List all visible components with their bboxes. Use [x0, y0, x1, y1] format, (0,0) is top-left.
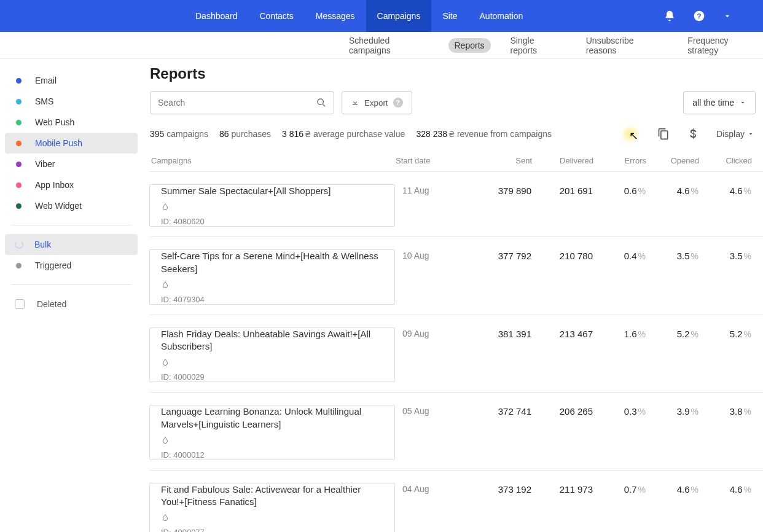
cell-errors: 0.7% — [593, 483, 646, 532]
sidebar-channel-sms[interactable]: SMS — [5, 91, 138, 112]
stat-revenue-label: revenue from campaigns — [457, 129, 552, 139]
display-toggle[interactable]: Display — [716, 129, 754, 139]
sidebar-separator — [11, 284, 131, 285]
topnav-item-contacts[interactable]: Contacts — [249, 0, 305, 32]
currency-symbol: ₴ — [305, 130, 311, 139]
col-sent: Sent — [471, 156, 532, 165]
dollar-icon[interactable] — [687, 128, 699, 140]
campaign-title: Self-Care Tips for a Serene Mind+[Health… — [161, 250, 383, 275]
copy-icon[interactable] — [657, 128, 670, 140]
channel-dot-icon — [16, 78, 22, 84]
topnav-item-site[interactable]: Site — [431, 0, 468, 32]
search-input[interactable] — [158, 98, 316, 108]
search-icon — [316, 98, 326, 108]
stat-purchases-count: 86 — [219, 129, 229, 139]
sidebar-deleted-toggle[interactable]: Deleted — [5, 294, 138, 315]
export-label: Export — [364, 98, 388, 108]
time-range-select[interactable]: all the time — [683, 91, 756, 114]
bell-icon[interactable] — [663, 10, 676, 22]
sidebar-channel-mobile-push[interactable]: Mobile Push — [5, 133, 138, 154]
table-row[interactable]: Summer Sale Spectacular+[All Shoppers]ID… — [150, 171, 763, 237]
table-row[interactable]: Flash Friday Deals: Unbeatable Savings A… — [150, 315, 763, 393]
table-row[interactable]: Self-Care Tips for a Serene Mind+[Health… — [150, 237, 763, 315]
cell-opened: 5.2% — [646, 327, 698, 383]
stat-revenue-value: 328 238 — [416, 129, 447, 139]
col-delivered: Delivered — [532, 156, 593, 165]
channel-dot-icon — [16, 120, 22, 125]
col-errors: Errors — [593, 156, 646, 165]
campaign-title: Summer Sale Spectacular+[All Shoppers] — [161, 185, 383, 197]
campaign-id: ID: 4000077 — [161, 528, 383, 532]
cursor-icon: ↖ — [629, 129, 638, 143]
topnav-item-dashboard[interactable]: Dashboard — [184, 0, 249, 32]
droplet-icon — [161, 202, 170, 212]
svg-text:?: ? — [697, 12, 701, 20]
sidebar-channel-web-widget[interactable]: Web Widget — [5, 195, 138, 216]
channel-dot-icon — [16, 141, 22, 146]
cell-sent: 372 741 — [470, 405, 531, 460]
export-button[interactable]: Export ? — [342, 91, 412, 114]
campaign-cell: Language Learning Bonanza: Unlock Multil… — [149, 405, 395, 460]
campaign-cell: Flash Friday Deals: Unbeatable Savings A… — [149, 327, 395, 383]
sidebar-channel-web-push[interactable]: Web Push — [5, 112, 138, 133]
stat-campaigns-label: campaigns — [166, 129, 208, 139]
help-icon[interactable]: ? — [693, 10, 705, 22]
table-row[interactable]: Fit and Fabulous Sale: Activewear for a … — [150, 470, 763, 532]
dot-icon — [16, 263, 22, 268]
cell-errors: 0.6% — [593, 184, 646, 227]
cell-sent: 381 391 — [470, 327, 531, 383]
cell-delivered: 201 691 — [531, 184, 593, 227]
account-chevron-icon[interactable] — [722, 11, 732, 21]
subnav-item-reports[interactable]: Reports — [448, 38, 491, 53]
table-header: Campaigns Start date Sent Delivered Erro… — [150, 150, 763, 171]
channel-dot-icon — [16, 182, 22, 188]
search-input-wrap[interactable] — [150, 91, 334, 114]
cell-errors: 0.4% — [593, 249, 646, 305]
subnav-item-single-reports[interactable]: Single reports — [504, 33, 566, 58]
sidebar-channel-email[interactable]: Email — [5, 70, 138, 91]
sidebar: EmailSMSWeb PushMobile PushViberApp Inbo… — [0, 59, 143, 532]
sidebar-type-triggered[interactable]: Triggered — [5, 255, 138, 276]
cell-clicked: 4.6% — [698, 483, 751, 532]
droplet-icon — [161, 513, 170, 523]
sidebar-type-label: Bulk — [34, 240, 51, 249]
col-clicked: Clicked — [699, 156, 752, 165]
table-row[interactable]: Language Learning Bonanza: Unlock Multil… — [150, 392, 763, 470]
cell-opened: 3.9% — [646, 405, 698, 460]
sidebar-deleted-label: Deleted — [37, 299, 66, 309]
subnav-item-unsubscribe-reasons[interactable]: Unsubscribe reasons — [580, 33, 668, 58]
subnav-item-frequency-strategy[interactable]: Frequency strategy — [681, 33, 763, 58]
cell-clicked: 5.2% — [698, 327, 751, 383]
cell-start-date: 09 Aug — [395, 327, 470, 383]
topnav-item-campaigns[interactable]: Campaigns — [366, 0, 432, 32]
cell-clicked: 3.5% — [698, 249, 751, 305]
campaign-cell: Fit and Fabulous Sale: Activewear for a … — [149, 483, 395, 532]
cell-sent: 377 792 — [470, 249, 531, 305]
campaign-id: ID: 4000012 — [161, 450, 383, 460]
display-label: Display — [716, 129, 745, 139]
col-opened: Opened — [646, 156, 699, 165]
cell-start-date: 11 Aug — [395, 184, 470, 227]
sidebar-channel-label: Email — [35, 76, 57, 85]
col-campaigns: Campaigns — [150, 156, 396, 165]
sidebar-separator — [11, 225, 131, 225]
sidebar-channel-label: Web Push — [35, 117, 74, 127]
topnav-item-automation[interactable]: Automation — [469, 0, 534, 32]
sidebar-channel-label: App Inbox — [35, 180, 74, 190]
cell-opened: 3.5% — [646, 249, 698, 305]
sidebar-type-label: Triggered — [35, 260, 71, 270]
cell-delivered: 210 780 — [531, 249, 593, 305]
sidebar-channel-app-inbox[interactable]: App Inbox — [5, 174, 138, 195]
spinner-icon — [15, 240, 23, 249]
cell-clicked: 4.6% — [698, 184, 751, 227]
page-title: Reports — [150, 65, 763, 82]
checkbox-icon — [15, 299, 25, 309]
channel-dot-icon — [16, 162, 22, 167]
sidebar-channel-viber[interactable]: Viber — [5, 154, 138, 174]
stat-avg-label: average purchase value — [313, 129, 405, 139]
topnav-item-messages[interactable]: Messages — [305, 0, 366, 32]
stat-campaigns-count: 395 — [150, 129, 164, 139]
subnav-item-scheduled-campaigns[interactable]: Scheduled campaigns — [343, 33, 435, 58]
chevron-down-icon — [739, 99, 746, 106]
sidebar-type-bulk[interactable]: Bulk — [5, 234, 138, 255]
